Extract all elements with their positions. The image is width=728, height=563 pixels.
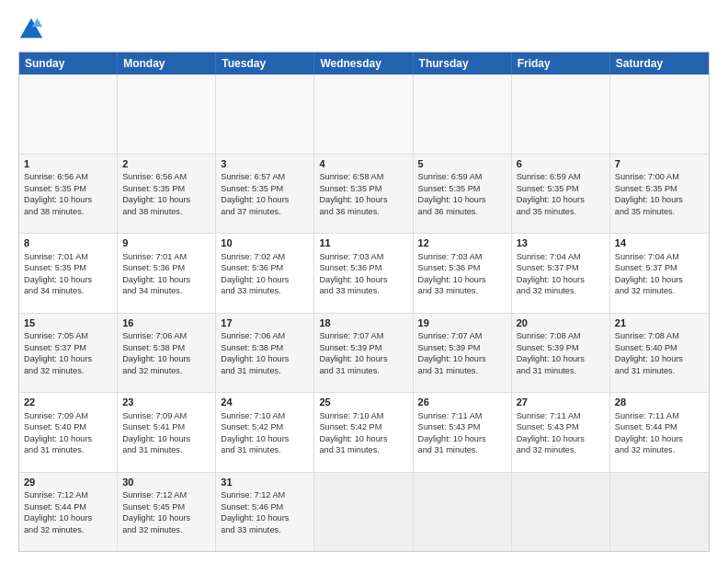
day-info: and 32 minutes. — [517, 444, 605, 455]
page: SundayMondayTuesdayWednesdayThursdayFrid… — [0, 0, 728, 563]
day-info: Sunrise: 7:00 AM — [615, 171, 704, 182]
day-info: Daylight: 10 hours — [319, 194, 407, 205]
day-info: Daylight: 10 hours — [24, 512, 112, 523]
day-info: Sunrise: 7:12 AM — [24, 489, 112, 500]
day-info: Sunset: 5:42 PM — [221, 421, 309, 432]
calendar-row: 1Sunrise: 6:56 AMSunset: 5:35 PMDaylight… — [19, 155, 709, 235]
day-info: Daylight: 10 hours — [221, 512, 309, 523]
day-info: and 31 minutes. — [319, 444, 407, 455]
empty-cell — [512, 473, 610, 552]
day-number: 15 — [24, 316, 112, 330]
empty-cell — [314, 75, 413, 154]
calendar-cell: 2Sunrise: 6:56 AMSunset: 5:35 PMDaylight… — [118, 155, 216, 234]
day-info: Sunset: 5:35 PM — [615, 183, 704, 194]
calendar-cell: 22Sunrise: 7:09 AMSunset: 5:40 PMDayligh… — [19, 393, 118, 472]
calendar-row — [19, 75, 709, 155]
day-number: 26 — [418, 396, 506, 409]
day-info: Sunrise: 6:56 AM — [122, 171, 210, 182]
day-info: Sunset: 5:39 PM — [517, 342, 605, 353]
day-info: Sunset: 5:39 PM — [418, 342, 506, 353]
day-info: Sunrise: 7:10 AM — [319, 410, 407, 421]
day-info: Sunrise: 7:03 AM — [319, 251, 407, 262]
day-info: Daylight: 10 hours — [319, 274, 407, 285]
day-info: and 32 minutes. — [615, 285, 704, 296]
day-info: and 32 minutes. — [615, 444, 704, 455]
day-info: and 35 minutes. — [517, 206, 605, 217]
day-info: Daylight: 10 hours — [319, 353, 407, 364]
day-number: 1 — [24, 157, 112, 171]
calendar-cell: 27Sunrise: 7:11 AMSunset: 5:43 PMDayligh… — [512, 393, 610, 472]
day-number: 3 — [221, 157, 309, 171]
day-info: Sunrise: 7:08 AM — [517, 330, 605, 341]
day-info: Daylight: 10 hours — [221, 194, 309, 205]
calendar-cell: 21Sunrise: 7:08 AMSunset: 5:40 PMDayligh… — [610, 314, 709, 393]
day-info: and 31 minutes. — [24, 444, 112, 455]
calendar: SundayMondayTuesdayWednesdayThursdayFrid… — [18, 52, 710, 552]
day-number: 17 — [221, 316, 309, 330]
day-info: Sunset: 5:43 PM — [418, 421, 506, 432]
day-info: Sunrise: 7:01 AM — [122, 251, 210, 262]
day-info: Sunrise: 7:11 AM — [615, 410, 704, 421]
calendar-cell: 3Sunrise: 6:57 AMSunset: 5:35 PMDaylight… — [216, 155, 314, 234]
day-info: Sunrise: 6:57 AM — [221, 171, 309, 182]
day-number: 7 — [615, 157, 704, 171]
day-info: Sunrise: 7:08 AM — [615, 330, 704, 341]
day-number: 27 — [517, 396, 605, 409]
weekday-header: Thursday — [414, 52, 512, 75]
empty-cell — [118, 75, 216, 154]
day-info: and 33 minutes. — [221, 285, 309, 296]
day-info: Daylight: 10 hours — [24, 274, 112, 285]
day-info: Sunrise: 7:09 AM — [122, 410, 210, 421]
empty-cell — [216, 75, 314, 154]
calendar-body: 1Sunrise: 6:56 AMSunset: 5:35 PMDaylight… — [19, 75, 709, 551]
day-number: 8 — [24, 236, 112, 250]
empty-cell — [314, 473, 413, 552]
day-info: Daylight: 10 hours — [221, 433, 309, 444]
day-number: 23 — [122, 396, 210, 409]
day-number: 10 — [221, 236, 309, 250]
calendar-cell: 15Sunrise: 7:05 AMSunset: 5:37 PMDayligh… — [19, 314, 118, 393]
day-info: Sunset: 5:44 PM — [24, 501, 112, 512]
day-info: and 38 minutes. — [24, 206, 112, 217]
day-info: Daylight: 10 hours — [615, 433, 704, 444]
day-info: Daylight: 10 hours — [24, 433, 112, 444]
calendar-cell: 10Sunrise: 7:02 AMSunset: 5:36 PMDayligh… — [216, 234, 314, 313]
calendar-cell: 18Sunrise: 7:07 AMSunset: 5:39 PMDayligh… — [314, 314, 413, 393]
day-info: Sunset: 5:37 PM — [615, 262, 704, 273]
calendar-cell: 16Sunrise: 7:06 AMSunset: 5:38 PMDayligh… — [118, 314, 216, 393]
calendar-cell: 24Sunrise: 7:10 AMSunset: 5:42 PMDayligh… — [216, 393, 314, 472]
day-info: Daylight: 10 hours — [122, 353, 210, 364]
calendar-cell: 28Sunrise: 7:11 AMSunset: 5:44 PMDayligh… — [610, 393, 709, 472]
weekday-header: Friday — [512, 52, 610, 75]
calendar-cell: 9Sunrise: 7:01 AMSunset: 5:36 PMDaylight… — [118, 234, 216, 313]
calendar-cell: 19Sunrise: 7:07 AMSunset: 5:39 PMDayligh… — [414, 314, 512, 393]
day-info: Daylight: 10 hours — [122, 274, 210, 285]
day-info: and 32 minutes. — [24, 365, 112, 376]
calendar-row: 22Sunrise: 7:09 AMSunset: 5:40 PMDayligh… — [19, 393, 709, 473]
day-number: 11 — [319, 236, 407, 250]
day-number: 18 — [319, 316, 407, 330]
calendar-cell: 29Sunrise: 7:12 AMSunset: 5:44 PMDayligh… — [19, 473, 118, 552]
day-info: Sunset: 5:43 PM — [517, 421, 605, 432]
calendar-row: 8Sunrise: 7:01 AMSunset: 5:35 PMDaylight… — [19, 234, 709, 314]
empty-cell — [610, 75, 709, 154]
svg-marker-0 — [20, 18, 42, 38]
day-info: and 32 minutes. — [122, 365, 210, 376]
logo — [18, 17, 48, 42]
day-info: Sunset: 5:45 PM — [122, 501, 210, 512]
calendar-cell: 25Sunrise: 7:10 AMSunset: 5:42 PMDayligh… — [314, 393, 413, 472]
day-info: Sunrise: 7:01 AM — [24, 251, 112, 262]
day-number: 5 — [418, 157, 506, 171]
day-info: and 31 minutes. — [319, 365, 407, 376]
day-info: Daylight: 10 hours — [517, 353, 605, 364]
day-info: Daylight: 10 hours — [24, 194, 112, 205]
day-info: Sunset: 5:40 PM — [615, 342, 704, 353]
day-info: and 33 minutes. — [418, 285, 506, 296]
day-info: Daylight: 10 hours — [418, 194, 506, 205]
day-info: and 37 minutes. — [221, 206, 309, 217]
day-info: and 31 minutes. — [122, 444, 210, 455]
day-info: Sunset: 5:35 PM — [24, 262, 112, 273]
day-info: Sunset: 5:36 PM — [418, 262, 506, 273]
day-number: 4 — [319, 157, 407, 171]
day-number: 24 — [221, 396, 309, 409]
